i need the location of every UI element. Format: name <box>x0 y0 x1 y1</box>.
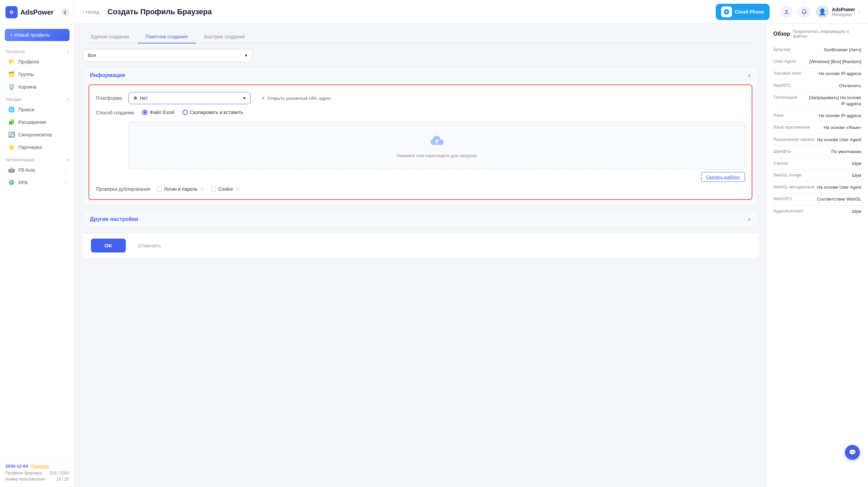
sidebar-item-sync[interactable]: 🔄 Синхронизатор <box>3 128 72 141</box>
notification-icon-button[interactable] <box>798 6 810 18</box>
ok-button[interactable]: OK <box>91 239 126 252</box>
tab-batch-create[interactable]: Пакетное создание <box>137 31 196 43</box>
sidebar-section-automation: Автоматизация ▾ 🤖 FB Auto › ⚙️ RPA › <box>0 153 74 189</box>
upload-cloud-icon <box>429 133 445 150</box>
action-bar: OK Отменить <box>83 233 758 258</box>
platform-label: Платформа <box>96 95 123 101</box>
checkbox-login-box <box>157 187 162 192</box>
extend-link[interactable]: Продлить <box>31 464 49 469</box>
sidebar-section-basic: Основные ▾ 📁 Профили 🗂️ Группы 🗑️ Корзин… <box>0 45 74 93</box>
radio-paste[interactable]: Скопировать и вставить <box>182 110 243 115</box>
section-title-basic: Основные ▾ <box>0 45 74 55</box>
rpa-arrow: › <box>65 181 66 185</box>
sidebar-item-extensions[interactable]: 🧩 Расширения <box>3 116 72 128</box>
dup-check-label: Проверка дублирования <box>96 186 150 193</box>
content-main: Единое создание Пакетное создание Быстро… <box>75 24 766 487</box>
fb-auto-arrow: › <box>65 168 66 172</box>
creation-method-row: Способ создания Файл Excel Скопировать и… <box>96 110 745 116</box>
sidebar-item-rpa[interactable]: ⚙️ RPA › <box>3 176 72 189</box>
download-template-button[interactable]: Скачать шаблон <box>701 172 745 182</box>
radio-paste-circle <box>182 110 188 115</box>
logo-text: AdsPower <box>20 8 54 16</box>
sidebar-bottom: 2030-12-04 Продлить Профили браузера 218… <box>0 458 74 487</box>
url-plus-icon: + <box>262 95 265 101</box>
fb-auto-icon: 🤖 <box>8 167 15 173</box>
sidebar-item-profiles[interactable]: 📁 Профили <box>3 55 72 68</box>
info-section: Информация ∧ Платформа Нет ▾ <box>83 67 758 206</box>
platform-row: Платформа Нет ▾ + Открыть указанный URL-… <box>96 92 745 104</box>
section-title-automation: Автоматизация ▾ <box>0 153 74 164</box>
overview-rows: Браузер SunBrowser [Авто] User-Agent [Wi… <box>773 44 861 217</box>
overview-row: АудиоКонтекст Шум <box>773 206 861 217</box>
cloud-phone-button[interactable]: Cloud Phone <box>716 4 769 20</box>
overview-row: Шрифты По умолчанию <box>773 146 861 158</box>
download-template-area: Скачать шаблон <box>129 172 745 182</box>
proxy-icon: 🌐 <box>8 106 15 113</box>
overview-row: Разрешение экрана На основе User Agent <box>773 134 861 146</box>
avatar: 👤 <box>816 5 829 18</box>
checkbox-cookie[interactable]: Cookie ⓘ <box>211 186 240 192</box>
platform-select[interactable]: Нет ▾ <box>129 92 251 104</box>
overview-row: Часовой пояс На основе IP-адреса <box>773 68 861 80</box>
upload-area[interactable]: Нажмите или перетащите для загрузки <box>129 122 745 169</box>
section-title-finds: Находки ▾ <box>0 93 74 103</box>
sidebar-item-partner[interactable]: ⭐ Партнерка <box>3 141 72 153</box>
support-button[interactable]: 💬 <box>845 445 860 460</box>
tab-quick-create[interactable]: Быстрое создание <box>196 31 253 43</box>
content-area: Единое создание Пакетное создание Быстро… <box>75 24 868 487</box>
cancel-button[interactable]: Отменить <box>130 239 170 252</box>
overview-header: Обзор Предпочитать информацию в файлах <box>773 29 861 39</box>
sidebar-section-finds: Находки ▾ 🌐 Прокси 🧩 Расширения 🔄 Синхро… <box>0 93 74 153</box>
user-info[interactable]: 👤 AdsPower Менеджер › <box>816 5 860 18</box>
groups-icon: 🗂️ <box>8 71 15 77</box>
page-title: Создать Профиль Браузера <box>108 7 212 16</box>
back-button[interactable]: ‹ Назад <box>83 9 99 15</box>
url-link[interactable]: + Открыть указанный URL-адрес <box>262 95 331 101</box>
creation-method-radio-group: Файл Excel Скопировать и вставить <box>142 110 243 115</box>
other-settings-header: Другие настройки ∧ <box>83 211 758 227</box>
sidebar-item-trash[interactable]: 🗑️ Корзина <box>3 80 72 93</box>
info-section-chevron-icon[interactable]: ∧ <box>748 73 751 78</box>
info-section-title: Информация <box>90 72 125 78</box>
right-panel: Обзор Предпочитать информацию в файлах Б… <box>766 24 868 487</box>
sidebar: AdsPower ❮ + Новый профиль Основные ▾ 📁 … <box>0 0 75 487</box>
main-area: ‹ Назад Создать Профиль Браузера Cloud P… <box>75 0 868 487</box>
sidebar-item-groups[interactable]: 🗂️ Группы <box>3 68 72 80</box>
info-section-header: Информация ∧ <box>83 68 758 83</box>
logo-icon <box>5 6 18 18</box>
overview-row: Язык приложения На основе «Язык» <box>773 122 861 134</box>
overview-row: WebGL Image Шум <box>773 170 861 182</box>
group-select[interactable]: Все ▾ <box>83 49 252 62</box>
sidebar-item-proxy[interactable]: 🌐 Прокси <box>3 103 72 116</box>
tab-single-create[interactable]: Единое создание <box>83 31 137 43</box>
info-inner-card: Платформа Нет ▾ + Открыть указанный URL-… <box>89 85 752 200</box>
profiles-icon: 📁 <box>8 58 15 65</box>
platform-dot-icon <box>134 96 137 100</box>
overview-row: WebGPU Соответствие WebGL <box>773 193 861 205</box>
radio-excel[interactable]: Файл Excel <box>142 110 174 115</box>
overview-row: Геолокация [Запрашивать] На основе IP-ад… <box>773 92 861 110</box>
overview-row: Браузер SunBrowser [Авто] <box>773 44 861 56</box>
creation-method-label: Способ создания <box>96 110 134 116</box>
sidebar-item-fb-auto[interactable]: 🤖 FB Auto › <box>3 164 72 176</box>
overview-row: Язык На основе IP-адреса <box>773 110 861 122</box>
checkbox-login-password[interactable]: Логин и пароль ⓘ <box>157 186 204 192</box>
header: ‹ Назад Создать Профиль Браузера Cloud P… <box>75 0 868 24</box>
login-info-icon[interactable]: ⓘ <box>200 186 204 192</box>
platform-chevron-icon: ▾ <box>243 95 246 101</box>
overview-row: Canvas Шум <box>773 158 861 170</box>
sidebar-collapse-button[interactable]: ❮ <box>61 8 69 16</box>
other-settings-chevron-icon[interactable]: ∧ <box>748 217 751 222</box>
logo-area: AdsPower ❮ <box>0 0 74 25</box>
checkbox-cookie-box <box>211 187 216 192</box>
group-dropdown-row: Все ▾ <box>83 49 758 62</box>
other-settings-title: Другие настройки <box>90 216 138 222</box>
duplicate-check-row: Проверка дублирования Логин и пароль ⓘ C… <box>96 186 745 193</box>
cookie-info-icon[interactable]: ⓘ <box>236 186 240 192</box>
header-icons <box>780 6 810 18</box>
overview-subtitle: Предпочитать информацию в файлах <box>793 29 861 39</box>
upload-icon-button[interactable] <box>780 6 793 18</box>
new-profile-button[interactable]: + Новый профиль <box>5 29 70 41</box>
rpa-icon: ⚙️ <box>8 179 15 186</box>
dropdown-chevron-icon: ▾ <box>245 53 247 58</box>
